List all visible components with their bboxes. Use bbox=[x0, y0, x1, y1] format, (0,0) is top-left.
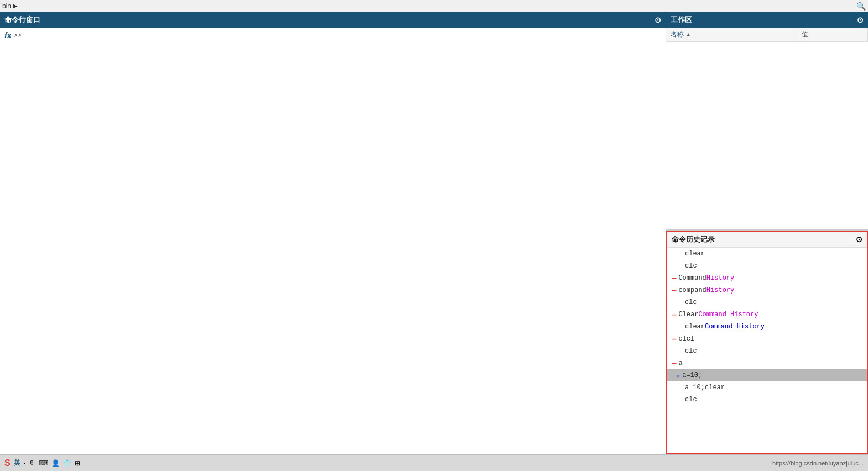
title-bar-arrow: ▶ bbox=[13, 3, 18, 9]
history-marker-icon: — bbox=[672, 334, 676, 343]
cmd-part-text: clc bbox=[685, 347, 697, 355]
history-marker-icon: — bbox=[672, 359, 676, 368]
taskbar-keyboard[interactable]: ⌨ bbox=[39, 459, 48, 467]
cmd-part-text: a=10;clear bbox=[685, 384, 725, 391]
workspace-title: 工作区 bbox=[671, 15, 692, 25]
col-name-header[interactable]: 名称 ▲ bbox=[666, 28, 797, 42]
history-body[interactable]: clearclc—Command History—compand History… bbox=[667, 248, 867, 453]
shirt-icon: 👕 bbox=[63, 459, 71, 467]
history-panel: 命令历史记录 ⊙ clearclc—Command History—compan… bbox=[666, 231, 868, 454]
mic-icon: 🎙 bbox=[29, 459, 35, 467]
cmd-part-text: clc bbox=[685, 299, 697, 306]
cmd-part-text: clc bbox=[685, 396, 697, 404]
main-layout: 命令行窗口 ⊙ fx >> 工作区 ⊙ 名称 bbox=[0, 12, 868, 454]
taskbar-grid[interactable]: ⊞ bbox=[75, 459, 80, 467]
history-list-item[interactable]: —Clear Command History bbox=[667, 308, 867, 321]
cmd-part-text: Command History bbox=[705, 323, 765, 331]
command-window-collapse-btn[interactable]: ⊙ bbox=[654, 15, 661, 24]
cmd-part-text: History bbox=[706, 274, 734, 282]
command-window: 命令行窗口 ⊙ fx >> bbox=[0, 12, 666, 454]
history-marker-icon: — bbox=[672, 286, 676, 295]
cmd-part-text: compand bbox=[678, 286, 706, 294]
taskbar-sougou[interactable]: S bbox=[4, 458, 11, 468]
history-list-item[interactable]: —Command History bbox=[667, 272, 867, 284]
cmd-part-text: Clear bbox=[678, 311, 698, 318]
taskbar-lang[interactable]: 英 bbox=[14, 458, 20, 468]
taskbar-url: https://blog.csdn.net/luyanzjuiuc... bbox=[772, 460, 864, 467]
history-title: 命令历史记录 bbox=[672, 234, 715, 244]
history-header: 命令历史记录 ⊙ bbox=[667, 232, 867, 248]
sougou-icon: S bbox=[4, 458, 11, 468]
history-list-item[interactable]: clc bbox=[667, 394, 867, 406]
dot-icon: · bbox=[24, 459, 25, 467]
workspace-data-table: 名称 ▲ 值 bbox=[666, 28, 868, 42]
cmd-part-text: clear bbox=[685, 323, 705, 331]
history-marker-icon: — bbox=[672, 274, 676, 282]
cmd-part-text: Command History bbox=[698, 311, 758, 318]
workspace-header: 工作区 ⊙ bbox=[666, 12, 868, 28]
title-bar: bin ▶ 🔍 bbox=[0, 0, 868, 12]
history-list-item[interactable]: clc bbox=[667, 345, 867, 357]
history-list-item[interactable]: —clcl bbox=[667, 333, 867, 345]
history-list-item[interactable]: —compand History bbox=[667, 284, 867, 296]
history-collapse-btn[interactable]: ⊙ bbox=[856, 235, 862, 244]
cmd-part-text: a=10; bbox=[682, 371, 702, 379]
workspace-panel: 工作区 ⊙ 名称 ▲ 值 bbox=[666, 12, 868, 231]
command-toolbar: fx >> bbox=[0, 28, 666, 43]
cmd-arrows: >> bbox=[13, 32, 21, 39]
taskbar-shirt[interactable]: 👕 bbox=[63, 459, 71, 467]
grid-icon: ⊞ bbox=[75, 459, 80, 467]
right-panel: 工作区 ⊙ 名称 ▲ 值 bbox=[666, 12, 868, 454]
history-list-item[interactable]: a=10;clear bbox=[667, 381, 867, 394]
cmd-part-text: History bbox=[706, 286, 734, 294]
keyboard-icon: ⌨ bbox=[39, 459, 48, 467]
history-marker-icon: — bbox=[672, 310, 676, 319]
history-list-item[interactable]: clc bbox=[667, 260, 867, 272]
user-icon: 👤 bbox=[51, 459, 60, 467]
workspace-table: 名称 ▲ 值 bbox=[666, 28, 868, 229]
fx-label: fx bbox=[4, 31, 11, 40]
col-value-header[interactable]: 值 bbox=[797, 28, 868, 42]
lang-text: 英 bbox=[14, 458, 20, 468]
cmd-part-text: a bbox=[678, 359, 682, 367]
title-bar-text: bin bbox=[2, 2, 11, 10]
taskbar-user[interactable]: 👤 bbox=[51, 459, 60, 467]
workspace-collapse-btn[interactable]: ⊙ bbox=[857, 15, 864, 24]
search-icon[interactable]: 🔍 bbox=[856, 2, 866, 11]
taskbar-dot[interactable]: · bbox=[24, 459, 25, 467]
command-window-header: 命令行窗口 ⊙ bbox=[0, 12, 666, 28]
history-list-item[interactable]: clear bbox=[667, 248, 867, 260]
history-list-item[interactable]: clc bbox=[667, 296, 867, 308]
history-list-item[interactable]: clear Command History bbox=[667, 321, 867, 333]
cmd-part-text: clear bbox=[685, 250, 705, 258]
cmd-part-text: clcl bbox=[678, 335, 694, 343]
history-list-item[interactable]: —a bbox=[667, 357, 867, 369]
command-window-title: 命令行窗口 bbox=[4, 15, 40, 25]
command-body[interactable] bbox=[0, 43, 666, 454]
taskbar: S 英 · 🎙 ⌨ 👤 👕 ⊞ https://blog.csdn.net/lu… bbox=[0, 454, 868, 471]
cmd-part-text: clc bbox=[685, 262, 697, 270]
cmd-part-text: Command bbox=[678, 274, 706, 282]
star-icon: ★ bbox=[676, 371, 680, 380]
taskbar-mic[interactable]: 🎙 bbox=[29, 459, 35, 467]
history-list-item[interactable]: ★a=10; bbox=[667, 369, 867, 381]
sort-arrow-icon: ▲ bbox=[685, 32, 691, 38]
